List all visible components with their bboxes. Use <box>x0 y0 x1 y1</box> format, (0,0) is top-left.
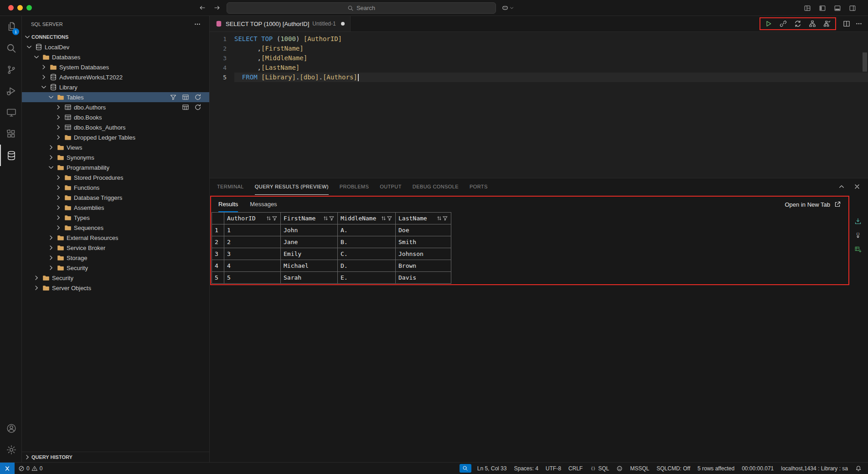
activity-bar-item-explorer[interactable]: 1 <box>0 16 21 37</box>
tree-item-security[interactable]: Security <box>22 263 209 273</box>
tree-item-adventureworkslt2022[interactable]: AdventureWorksLT2022 <box>22 72 209 82</box>
activity-bar-item-remote-explorer[interactable] <box>0 102 21 123</box>
tree-item-dbo-books[interactable]: dbo.Books <box>22 112 209 122</box>
table-icon[interactable] <box>182 104 189 111</box>
customize-layout-button[interactable] <box>804 5 811 12</box>
tree-item-stored-procedures[interactable]: Stored Procedures <box>22 172 209 182</box>
tree-item-sequences[interactable]: Sequences <box>22 223 209 233</box>
grid-row-number[interactable]: 4 <box>212 260 224 272</box>
editor-scrollbar[interactable] <box>863 52 867 72</box>
tree-item-assemblies[interactable]: Assemblies <box>22 203 209 213</box>
activity-bar-item-sql-server[interactable] <box>0 145 21 166</box>
tree-item-storage[interactable]: Storage <box>22 253 209 263</box>
tree-item-databases[interactable]: Databases <box>22 52 209 62</box>
activity-bar-item-search[interactable] <box>0 37 21 59</box>
tree-item-tables[interactable]: Tables <box>22 92 209 102</box>
status-item-language-mode[interactable]: {}SQL <box>586 463 613 474</box>
tree-item-external-resources[interactable]: External Resources <box>22 233 209 243</box>
status-item-indentation[interactable]: Spaces: 4 <box>510 463 542 474</box>
refresh-icon[interactable] <box>194 104 202 111</box>
status-item-notifications[interactable] <box>852 463 865 474</box>
status-item-eol[interactable]: CRLF <box>565 463 586 474</box>
tree-item-server-objects[interactable]: Server Objects <box>22 283 209 293</box>
panel-tab-query-results-preview[interactable]: QUERY RESULTS (PREVIEW) <box>255 178 329 195</box>
grid-cell-middlename-4[interactable]: D. <box>338 260 396 272</box>
status-item-connection[interactable]: localhost,1434 : Library : sa <box>777 463 852 474</box>
panel-tab-problems[interactable]: PROBLEMS <box>340 178 369 195</box>
tree-item-localdev[interactable]: LocalDev <box>22 42 209 52</box>
filter-icon[interactable] <box>329 215 335 221</box>
grid-row-number[interactable]: 5 <box>212 272 224 284</box>
tree-item-types[interactable]: Types <box>22 213 209 223</box>
close-window-button[interactable] <box>8 5 14 10</box>
grid-cell-authorid-1[interactable]: 1 <box>224 224 281 236</box>
grid-cell-lastname-1[interactable]: Doe <box>396 224 451 236</box>
tree-item-programmability[interactable]: Programmability <box>22 162 209 172</box>
more-actions-icon[interactable] <box>855 20 863 27</box>
panel-tab-terminal[interactable]: TERMINAL <box>217 178 244 195</box>
sort-icon[interactable] <box>266 215 272 221</box>
tree-item-dbo-authors[interactable]: dbo.Authors <box>22 102 209 112</box>
grid-corner-cell[interactable] <box>212 213 224 224</box>
grid-header-lastname[interactable]: LastName <box>396 213 451 224</box>
tree-item-library[interactable]: Library <box>22 82 209 92</box>
grid-cell-authorid-2[interactable]: 2 <box>224 236 281 248</box>
problems-status[interactable]: 0 0 <box>15 463 46 474</box>
filter-icon[interactable] <box>387 215 393 221</box>
command-center-search[interactable]: Search <box>227 2 496 14</box>
grid-cell-firstname-5[interactable]: Sarah <box>281 272 338 284</box>
panel-tab-output[interactable]: OUTPUT <box>380 178 402 195</box>
grid-cell-lastname-3[interactable]: Johnson <box>396 248 451 260</box>
tree-item-system-databases[interactable]: System Databases <box>22 62 209 72</box>
status-item-cursor-position[interactable]: Ln 5, Col 33 <box>474 463 511 474</box>
status-item-query-duration[interactable]: 00:00:00.071 <box>738 463 777 474</box>
grid-cell-firstname-1[interactable]: John <box>281 224 338 236</box>
tree-item-service-broker[interactable]: Service Broker <box>22 243 209 253</box>
panel-tab-debug-console[interactable]: DEBUG CONSOLE <box>413 178 459 195</box>
status-item-sqlcmd[interactable]: SQLCMD: Off <box>653 463 694 474</box>
grid-header-middlename[interactable]: MiddleName <box>338 213 396 224</box>
grid-cell-firstname-3[interactable]: Emily <box>281 248 338 260</box>
grid-row-number[interactable]: 3 <box>212 248 224 260</box>
tree-item-views[interactable]: Views <box>22 142 209 152</box>
save-as-json-button[interactable]: {} <box>854 232 862 239</box>
query-history-section-header[interactable]: QUERY HISTORY <box>22 452 209 462</box>
refresh-icon[interactable] <box>194 94 202 101</box>
grid-cell-authorid-5[interactable]: 5 <box>224 272 281 284</box>
open-in-new-tab-button[interactable]: Open in New Tab <box>785 197 842 212</box>
change-connection-button[interactable] <box>794 20 801 27</box>
sort-icon[interactable] <box>436 215 442 221</box>
disconnect-button[interactable] <box>780 20 787 27</box>
grid-row-number[interactable]: 1 <box>212 224 224 236</box>
toggle-primary-sidebar-button[interactable] <box>819 5 826 12</box>
tree-item-synonyms[interactable]: Synonyms <box>22 152 209 162</box>
tree-item-dropped-ledger-tables[interactable]: Dropped Ledger Tables <box>22 132 209 142</box>
zoom-window-button[interactable] <box>26 5 32 10</box>
grid-cell-firstname-4[interactable]: Michael <box>281 260 338 272</box>
more-actions-icon[interactable] <box>194 21 201 28</box>
tree-item-functions[interactable]: Functions <box>22 182 209 193</box>
status-item-mssql-provider[interactable]: MSSQL <box>626 463 653 474</box>
filter-icon[interactable] <box>170 94 177 101</box>
grid-header-authorid[interactable]: AuthorID <box>224 213 281 224</box>
editor-tab[interactable]: SELECT TOP (1000) [AuthorID] Untitled-1 <box>210 16 351 31</box>
grid-cell-authorid-3[interactable]: 3 <box>224 248 281 260</box>
status-item-encoding[interactable]: UTF-8 <box>542 463 565 474</box>
minimize-window-button[interactable] <box>17 5 23 10</box>
split-editor-icon[interactable] <box>843 20 850 27</box>
results-tab-results[interactable]: Results <box>218 197 238 212</box>
sort-icon[interactable] <box>381 215 387 221</box>
estimated-plan-button[interactable] <box>809 20 816 27</box>
activity-bar-item-run-debug[interactable] <box>0 80 21 102</box>
grid-cell-middlename-1[interactable]: A. <box>338 224 396 236</box>
filter-icon[interactable] <box>442 215 448 221</box>
tree-item-security[interactable]: Security <box>22 273 209 283</box>
toggle-panel-button[interactable] <box>834 5 841 12</box>
toggle-secondary-sidebar-button[interactable] <box>849 5 856 12</box>
save-as-excel-button[interactable] <box>854 246 862 253</box>
back-icon[interactable] <box>199 4 206 11</box>
activity-bar-item-extensions[interactable] <box>0 123 21 145</box>
modified-indicator[interactable] <box>341 22 345 26</box>
grid-cell-lastname-2[interactable]: Smith <box>396 236 451 248</box>
maximize-panel-icon[interactable] <box>838 183 845 190</box>
